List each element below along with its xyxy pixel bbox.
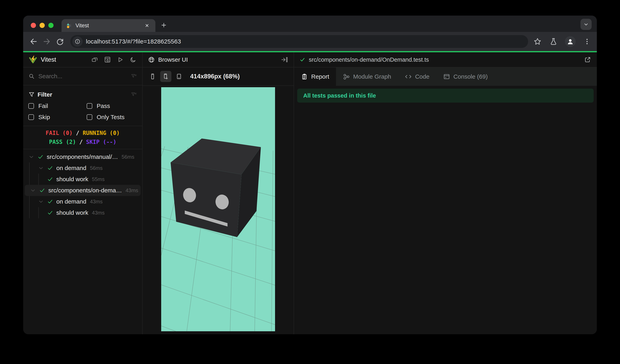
tab-code[interactable]: Code <box>398 67 436 86</box>
preview-area <box>143 86 294 334</box>
checkbox[interactable] <box>87 114 92 120</box>
browser-tabstrip: Vitest <box>23 15 597 32</box>
reload-icon[interactable] <box>55 36 65 47</box>
checkbox-label: Pass <box>97 102 110 109</box>
bookmark-star-icon[interactable] <box>533 37 542 46</box>
tab-label: Module Graph <box>353 73 391 80</box>
chevron-down-icon[interactable] <box>38 198 44 205</box>
test-duration: 43ms <box>90 199 103 205</box>
checkbox-label: Fail <box>38 102 48 109</box>
tab-label: Code <box>415 73 429 80</box>
test-label: should work <box>56 176 88 183</box>
check-icon <box>37 153 44 160</box>
tree-row-file[interactable]: src/components/on-dema…43ms <box>25 185 141 196</box>
code-icon <box>405 73 412 80</box>
graph-icon <box>343 73 350 80</box>
experiments-flask-icon[interactable] <box>549 37 558 46</box>
tree-guide <box>29 207 30 218</box>
device-toolbar: 414x896px (68%) <box>143 67 294 86</box>
dock-panel-right-icon[interactable] <box>280 56 288 64</box>
browser-tab-vitest[interactable]: Vitest <box>62 19 155 32</box>
open-external-icon[interactable] <box>584 56 592 64</box>
run-all-play-icon[interactable] <box>116 56 124 64</box>
check-icon <box>47 176 54 183</box>
window-controls <box>23 23 62 32</box>
back-icon[interactable] <box>28 36 39 47</box>
filter-checkbox-fail[interactable]: Fail <box>28 102 87 109</box>
test-explorer-sidebar: Vitest <box>23 52 143 334</box>
check-icon <box>47 209 54 216</box>
vitest-ui-page: Vitest <box>23 51 597 334</box>
running-count: RUNNING (0) <box>83 130 120 136</box>
test-duration: 43ms <box>126 187 139 194</box>
tab-module-graph[interactable]: Module Graph <box>336 67 398 86</box>
search-input[interactable] <box>38 73 127 80</box>
clear-filter-icon[interactable] <box>131 91 137 98</box>
tree-row-suite[interactable]: on demand43ms <box>23 196 142 207</box>
test-label: src/components/on-dema… <box>48 187 122 194</box>
test-duration: 55ms <box>92 176 105 182</box>
checkbox[interactable] <box>28 103 34 109</box>
vitest-logo <box>28 55 38 64</box>
checkbox[interactable] <box>87 103 92 109</box>
menu-kebab-icon[interactable] <box>582 37 592 46</box>
check-icon <box>47 198 54 205</box>
tab-search-button[interactable] <box>580 19 592 30</box>
dark-mode-moon-icon[interactable] <box>129 56 137 64</box>
test-label: on demand <box>56 165 86 171</box>
filter-checkbox-only-tests[interactable]: Only Tests <box>87 114 137 120</box>
tab-console-69[interactable]: Console (69) <box>436 67 495 86</box>
window-close-button[interactable] <box>31 23 36 28</box>
tree-guide <box>38 207 39 218</box>
chevron-down-icon[interactable] <box>28 153 35 160</box>
chevron-down-icon[interactable] <box>38 165 44 171</box>
test-label: should work <box>56 209 88 216</box>
device-phone-button[interactable] <box>147 71 158 82</box>
console-icon <box>443 73 450 80</box>
tree-row-file[interactable]: src/components/manual/…56ms <box>23 151 142 162</box>
report-tabbar: ReportModule GraphCodeConsole (69) <box>294 67 597 86</box>
forward-icon[interactable] <box>42 36 52 47</box>
tree-row-suite[interactable]: on demand56ms <box>23 162 142 174</box>
tab-report[interactable]: Report <box>294 67 336 86</box>
site-info-icon[interactable] <box>72 36 83 47</box>
report-content: All tests passed in this file <box>294 86 597 105</box>
tab-close-icon[interactable] <box>143 22 151 29</box>
report-panel-header: src/components/on-demand/OnDemand.test.t… <box>294 52 597 67</box>
browser-preview-viewport[interactable] <box>161 87 275 331</box>
test-duration: 56ms <box>90 165 103 171</box>
tree-row-test[interactable]: should work55ms <box>23 174 142 185</box>
tree-row-test[interactable]: should work43ms <box>23 207 142 218</box>
tree-guide <box>29 196 30 207</box>
funnel-icon <box>28 91 35 98</box>
checkbox[interactable] <box>28 114 34 120</box>
skip-count: SKIP (--) <box>86 139 116 145</box>
browser-window: Vitest localhost:5173/#/?file=18286255 <box>23 15 597 334</box>
dashboard-icon[interactable] <box>104 56 111 64</box>
globe-icon <box>148 56 155 63</box>
checkbox-label: Only Tests <box>97 114 125 120</box>
device-tablet-button[interactable] <box>173 71 185 82</box>
clear-search-filter-icon[interactable] <box>131 73 137 79</box>
search-icon <box>28 73 35 79</box>
checkbox-label: Skip <box>38 114 50 120</box>
viewport-size-label: 414x896px (68%) <box>190 73 240 80</box>
test-status-summary: FAIL (0) / RUNNING (0) PASS (2) / SKIP (… <box>23 126 142 149</box>
tests-passed-banner: All tests passed in this file <box>297 89 594 102</box>
filter-checkbox-pass[interactable]: Pass <box>87 102 137 109</box>
app-title: Vitest <box>41 56 56 63</box>
vitest-favicon <box>66 22 72 29</box>
test-duration: 43ms <box>92 210 105 216</box>
filter-checkbox-skip[interactable]: Skip <box>28 114 87 120</box>
chevron-down-icon[interactable] <box>30 187 36 194</box>
profile-avatar[interactable] <box>565 36 576 47</box>
test-duration: 56ms <box>122 154 134 160</box>
robot-cube <box>170 138 261 237</box>
filter-title: Filter <box>38 91 52 98</box>
new-tab-button[interactable] <box>159 20 169 30</box>
address-bar[interactable]: localhost:5173/#/?file=1828625563 <box>70 35 528 48</box>
collapse-windows-icon[interactable] <box>91 56 99 64</box>
device-phone-add-button[interactable] <box>160 71 171 82</box>
window-minimize-button[interactable] <box>40 23 45 28</box>
window-zoom-button[interactable] <box>48 23 54 28</box>
